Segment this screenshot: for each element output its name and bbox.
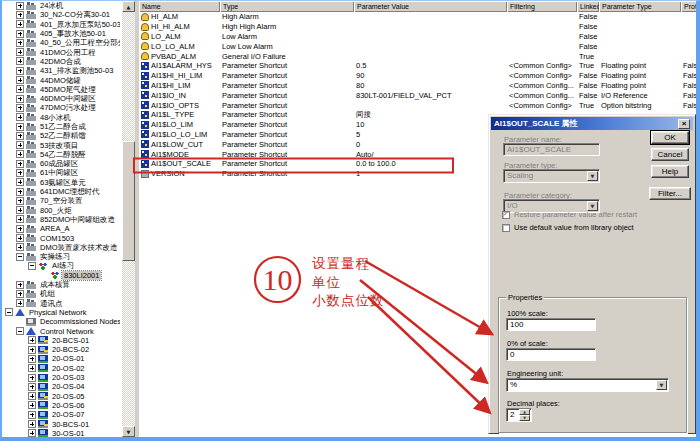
- tree-item[interactable]: Physical Network: [2, 308, 120, 317]
- scale100-input[interactable]: 100: [506, 318, 596, 331]
- tree-item[interactable]: 41DMO公用工程: [2, 47, 120, 56]
- tree-item[interactable]: 45DMO尾气处理: [2, 85, 120, 94]
- scroll-thumb[interactable]: [122, 141, 135, 261]
- tree-item[interactable]: AREA_A: [2, 224, 120, 233]
- table-row[interactable]: AI1$IO_IN Parameter Shortcut 830LT-001/F…: [139, 90, 698, 100]
- spin-down-icon[interactable]: ▼: [519, 415, 530, 421]
- tree-item[interactable]: 63氨罐区单元: [2, 178, 120, 187]
- expand-toggle-icon[interactable]: [16, 132, 24, 140]
- tree-item[interactable]: 20-OS-06: [2, 401, 120, 410]
- tree-item[interactable]: 431_排水监测池50-03: [2, 66, 120, 75]
- tree-item[interactable]: 54乙二醇脱醛: [2, 150, 120, 159]
- expand-toggle-icon[interactable]: [28, 364, 36, 372]
- expand-toggle-icon[interactable]: [16, 206, 24, 214]
- tree-item[interactable]: 48小冰机: [2, 113, 120, 122]
- expand-toggle-icon[interactable]: [16, 141, 24, 149]
- tree-item[interactable]: AI练习: [2, 261, 120, 270]
- cancel-button[interactable]: Cancel: [651, 148, 689, 161]
- tree-item[interactable]: 20-OS-04: [2, 382, 120, 391]
- tree-item[interactable]: 20-OS-01: [2, 354, 120, 363]
- tree-item[interactable]: 20-OS-03: [2, 373, 120, 382]
- tree-item[interactable]: 52乙二醇精馏: [2, 131, 120, 140]
- expand-toggle-icon[interactable]: [16, 39, 24, 47]
- tree-item[interactable]: 60成品罐区: [2, 159, 120, 168]
- restore-checkbox[interactable]: [502, 211, 510, 219]
- spinner-buttons[interactable]: ▲ ▼: [519, 409, 530, 421]
- tree-item[interactable]: 47DMO污水处理: [2, 103, 120, 112]
- tree-item[interactable]: COM1503: [2, 233, 120, 242]
- tree-item[interactable]: 20-OS-02: [2, 364, 120, 373]
- expand-toggle-icon[interactable]: [16, 67, 24, 75]
- expand-toggle-icon[interactable]: [16, 169, 24, 177]
- expand-toggle-icon[interactable]: [16, 225, 24, 233]
- dialog-titlebar[interactable]: AI1$OUT_SCALE 属性 ×: [491, 117, 693, 130]
- expand-toggle-icon[interactable]: [5, 308, 13, 316]
- chevron-down-icon[interactable]: ▼: [656, 380, 667, 390]
- expand-toggle-icon[interactable]: [16, 2, 24, 10]
- expand-toggle-icon[interactable]: [16, 327, 24, 335]
- expand-toggle-icon[interactable]: [16, 48, 24, 56]
- filter-button[interactable]: Filter...: [649, 187, 691, 200]
- expand-toggle-icon[interactable]: [28, 401, 36, 409]
- help-button[interactable]: Help: [651, 165, 689, 178]
- tree-item[interactable]: 44DMO储罐: [2, 75, 120, 84]
- expand-toggle-icon[interactable]: [16, 290, 24, 298]
- table-row[interactable]: AI1$IO_OPTS Parameter Shortcut <Common C…: [139, 100, 698, 110]
- expand-toggle-icon[interactable]: [16, 104, 24, 112]
- tree-item[interactable]: DMO装置废水技术改造: [2, 243, 120, 252]
- expand-toggle-icon[interactable]: [16, 85, 24, 93]
- tree-item[interactable]: 20-BCS-02: [2, 345, 120, 354]
- expand-toggle-icon[interactable]: [28, 374, 36, 382]
- tree-item[interactable]: 通讯点: [2, 299, 120, 308]
- close-icon[interactable]: ×: [678, 119, 690, 129]
- expand-toggle-icon[interactable]: [28, 355, 36, 363]
- expand-toggle-icon[interactable]: [28, 392, 36, 400]
- tree-scrollbar[interactable]: ▲ ▼: [122, 1, 135, 437]
- tree-item[interactable]: 641DMC理想时代: [2, 187, 120, 196]
- expand-toggle-icon[interactable]: [16, 234, 24, 242]
- expand-toggle-icon[interactable]: [28, 262, 36, 270]
- expand-toggle-icon[interactable]: [16, 123, 24, 131]
- tree-item[interactable]: Control Network: [2, 326, 120, 335]
- expand-toggle-icon[interactable]: [16, 20, 24, 28]
- tree-item[interactable]: 61中间罐区: [2, 168, 120, 177]
- table-row[interactable]: HI_ALM High Alarm False: [139, 12, 698, 22]
- expand-toggle-icon[interactable]: [16, 188, 24, 196]
- default-value-checkbox[interactable]: [502, 224, 510, 232]
- table-row[interactable]: LO_LO_ALM Low Low Alarm False: [139, 41, 698, 51]
- tree-item[interactable]: 800_火炬: [2, 206, 120, 215]
- tree-item[interactable]: 405_事故水池50-01: [2, 29, 120, 38]
- header-cell[interactable]: Parameter Type: [599, 1, 681, 12]
- table-row[interactable]: AI1$ALARM_HYS Parameter Shortcut 0.5 <Co…: [139, 61, 698, 71]
- scroll-down-icon[interactable]: ▼: [122, 426, 135, 437]
- expand-toggle-icon[interactable]: [16, 57, 24, 65]
- expand-toggle-icon[interactable]: [28, 429, 36, 437]
- ok-button[interactable]: OK: [651, 131, 689, 144]
- tree-item[interactable]: 20-BCS-01: [2, 336, 120, 345]
- expand-toggle-icon[interactable]: [16, 150, 24, 158]
- tree-item[interactable]: 24冰机: [2, 1, 120, 10]
- table-row[interactable]: PVBAD_ALM General I/O Failure True: [139, 51, 698, 61]
- tree-item[interactable]: 40_50_公用工程空分部分: [2, 38, 120, 47]
- expand-toggle-icon[interactable]: [28, 346, 36, 354]
- header-cell[interactable]: Filtering: [507, 1, 577, 12]
- tree-item[interactable]: 70_空分装置: [2, 196, 120, 205]
- expand-toggle-icon[interactable]: [16, 113, 24, 121]
- table-row[interactable]: AI1$HI_HI_LIM Parameter Shortcut 90 <Com…: [139, 71, 698, 81]
- expand-toggle-icon[interactable]: [28, 336, 36, 344]
- tree-item[interactable]: 30_N2-CO分离30-01: [2, 10, 120, 19]
- header-cell[interactable]: Name: [139, 1, 220, 12]
- expand-toggle-icon[interactable]: [28, 383, 36, 391]
- expand-toggle-icon[interactable]: [16, 95, 24, 103]
- expand-toggle-icon[interactable]: [16, 253, 24, 261]
- tree-item[interactable]: 20-OS-07: [2, 410, 120, 419]
- expand-toggle-icon[interactable]: [16, 281, 24, 289]
- header-cell[interactable]: Linked: [577, 1, 599, 12]
- expand-toggle-icon[interactable]: [16, 160, 24, 168]
- header-cell[interactable]: Protected: [681, 1, 698, 12]
- table-row[interactable]: LO_ALM Low Alarm False: [139, 32, 698, 42]
- tree-item[interactable]: 实操练习: [2, 252, 120, 261]
- tree-item[interactable]: 852DMO中间罐组改造: [2, 215, 120, 224]
- tree-item[interactable]: Decommissioned Nodes: [2, 317, 120, 326]
- expand-toggle-icon[interactable]: [28, 420, 36, 428]
